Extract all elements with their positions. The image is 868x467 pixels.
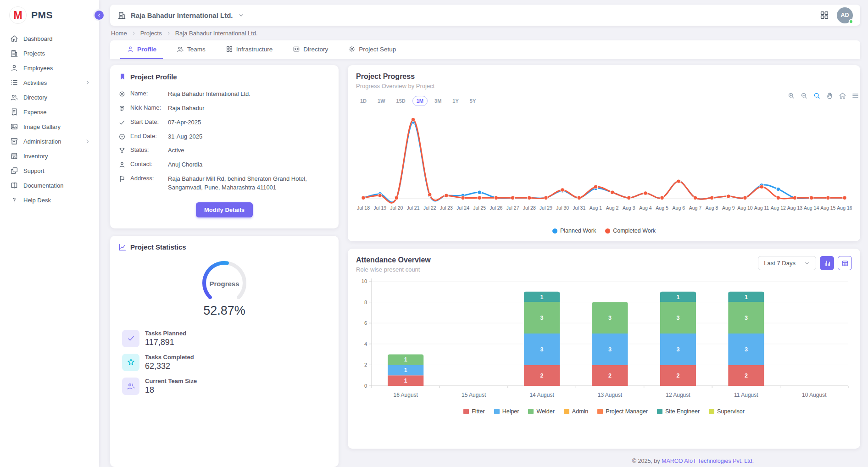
legend-completed-work[interactable]: Completed Work <box>605 228 656 234</box>
attendance-range-select[interactable]: Last 7 Days <box>758 256 816 270</box>
x-axis-label: 10 August <box>802 392 827 398</box>
people-icon <box>10 93 18 101</box>
legend-marker <box>657 409 662 414</box>
sidebar-item-projects[interactable]: Projects <box>0 46 99 61</box>
x-axis-label: Aug 3 <box>623 205 635 211</box>
range-button-1m[interactable]: 1M <box>412 96 428 106</box>
legend-label: Completed Work <box>613 228 656 234</box>
zoom-in-icon[interactable] <box>787 92 795 100</box>
sidebar-item-help-desk[interactable]: Help Desk <box>0 193 99 207</box>
company-switcher[interactable]: Raja Bahadur International Ltd. <box>117 11 245 20</box>
field-label: Contact: <box>130 161 163 167</box>
bookmark-icon <box>118 72 127 81</box>
x-axis-label: 14 August <box>529 392 554 398</box>
range-button-15d[interactable]: 15D <box>392 96 410 106</box>
x-axis-label: Aug 2 <box>606 205 619 211</box>
grid4-icon <box>226 45 233 53</box>
sidebar-item-label: Administration <box>23 138 61 145</box>
flag-icon <box>118 175 126 183</box>
bar-value-label: 3 <box>540 346 544 353</box>
legend-project-manager[interactable]: Project Manager <box>597 408 648 415</box>
tab-label: Teams <box>187 46 206 53</box>
legend-helper[interactable]: Helper <box>494 408 519 415</box>
zoom-out-icon[interactable] <box>800 92 808 100</box>
bar-value-label: 1 <box>404 367 407 373</box>
stat-value: 18 <box>145 385 197 395</box>
circle-dot-icon <box>118 133 126 140</box>
line-chart[interactable]: Jul 18Jul 19Jul 20Jul 21Jul 22Jul 23Jul … <box>356 107 852 225</box>
left-column: Project Profile Name:Raja Bahadur Intern… <box>110 65 339 467</box>
magnifier-icon[interactable] <box>813 92 821 100</box>
tab-project-setup[interactable]: Project Setup <box>342 40 402 59</box>
legend-label: Project Manager <box>606 408 648 415</box>
online-status-dot <box>849 19 853 24</box>
sidebar-item-documentation[interactable]: Documentation <box>0 178 99 193</box>
line-chart-legend: Planned WorkCompleted Work <box>356 228 852 234</box>
project-profile-card: Project Profile Name:Raja Bahadur Intern… <box>110 65 339 228</box>
field-value: Raja Bahadur <box>168 104 205 113</box>
sidebar-item-support[interactable]: Support <box>0 163 99 178</box>
x-axis-label: Jul 24 <box>456 205 469 211</box>
bar-value-label: 3 <box>676 346 679 353</box>
x-axis-label: Aug 12 <box>771 205 786 211</box>
y-axis-label: 4 <box>364 341 367 347</box>
brand-logo[interactable]: M PMS <box>0 0 99 31</box>
copy-icon <box>10 167 18 175</box>
bar-value-label: 1 <box>404 357 407 363</box>
chev-right-icon <box>83 79 92 86</box>
stacked-bar-chart[interactable]: 024681011116 August15 August233114 Augus… <box>356 277 852 406</box>
apps-grid-button[interactable] <box>819 10 829 20</box>
profile-fields: Name:Raja Bahadur International Ltd.Nick… <box>118 87 330 195</box>
legend-label: Admin <box>572 408 588 415</box>
building-icon <box>10 49 18 57</box>
person-icon <box>118 161 126 168</box>
breadcrumb-projects[interactable]: Projects <box>140 30 162 37</box>
user-avatar[interactable]: AD <box>837 7 853 23</box>
tab-profile[interactable]: Profile <box>120 40 163 59</box>
sidebar-item-image-gallary[interactable]: Image Gallary <box>0 119 99 134</box>
stat-value: 62,332 <box>145 361 194 371</box>
menu-icon[interactable] <box>851 92 859 100</box>
sidebar-item-activities[interactable]: Activities <box>0 75 99 90</box>
sidebar-item-administration[interactable]: Administration <box>0 134 99 149</box>
fingerprint-icon <box>118 105 126 112</box>
y-axis-label: 6 <box>364 320 367 326</box>
legend-fitter[interactable]: Fitter <box>463 408 484 415</box>
range-button-1w[interactable]: 1W <box>373 96 389 106</box>
tab-infrastructure[interactable]: Infrastructure <box>219 40 279 59</box>
attendance-subtitle: Role-wise present count <box>356 266 431 273</box>
sidebar: M PMS DashboardProjectsEmployeesActiviti… <box>0 0 99 467</box>
range-button-1y[interactable]: 1Y <box>448 96 462 106</box>
bar-value-label: 2 <box>745 372 748 379</box>
sidebar-item-label: Help Desk <box>23 197 51 204</box>
chart-view-button[interactable] <box>820 256 834 270</box>
legend-admin[interactable]: Admin <box>564 408 588 415</box>
x-axis-label: Aug 6 <box>673 205 685 211</box>
legend-site-engineer[interactable]: Site Engineer <box>657 408 700 415</box>
breadcrumb-home[interactable]: Home <box>111 30 127 37</box>
range-button-5y[interactable]: 5Y <box>466 96 480 106</box>
home-icon[interactable] <box>839 92 846 100</box>
tab-teams[interactable]: Teams <box>170 40 212 59</box>
range-button-3m[interactable]: 3M <box>430 96 445 106</box>
legend-label: Planned Work <box>560 228 596 234</box>
footer-link[interactable]: MARCO AIoT Technologies Pvt. Ltd. <box>662 458 754 464</box>
project-progress-card: Project Progress Progress Overview by Pr… <box>348 65 860 241</box>
sidebar-item-directory[interactable]: Directory <box>0 90 99 105</box>
sidebar-item-expense[interactable]: Expense <box>0 105 99 119</box>
legend-welder[interactable]: Welder <box>528 408 554 415</box>
sidebar-item-inventory[interactable]: Inventory <box>0 149 99 163</box>
range-button-1d[interactable]: 1D <box>356 96 371 106</box>
sidebar-collapse-button[interactable]: ‹ <box>93 9 105 21</box>
hand-icon[interactable] <box>826 92 834 100</box>
legend-supervisor[interactable]: Supervisor <box>709 408 745 415</box>
attendance-title: Attendance Overview <box>356 256 431 264</box>
bar-value-label: 3 <box>608 346 612 353</box>
tab-directory[interactable]: Directory <box>286 40 334 59</box>
legend-planned-work[interactable]: Planned Work <box>552 228 596 234</box>
modify-details-button[interactable]: Modify Details <box>196 202 253 217</box>
table-view-button[interactable] <box>838 256 852 270</box>
gauge-value: 52.87% <box>203 304 245 318</box>
sidebar-item-employees[interactable]: Employees <box>0 61 99 75</box>
sidebar-item-dashboard[interactable]: Dashboard <box>0 31 99 46</box>
